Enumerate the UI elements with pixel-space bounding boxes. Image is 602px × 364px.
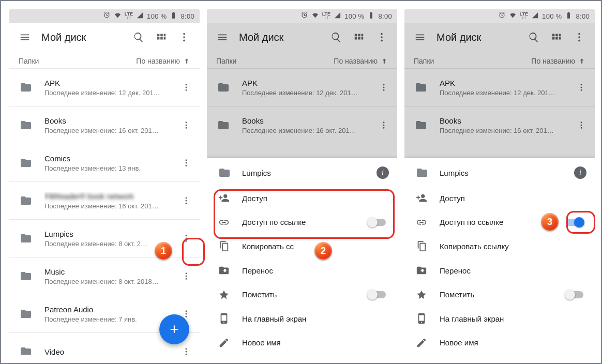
battery-icon (170, 11, 177, 21)
link-access-row[interactable]: Доступ по ссылке (207, 210, 397, 235)
folder-name: Books (44, 116, 175, 125)
rename-icon (416, 337, 429, 348)
share-row[interactable]: Доступ (207, 186, 397, 210)
screenshot-1: LTE↓↑ 100 % 8:00 Мой диск Папки По назва… (9, 9, 200, 355)
folder-name: Music (44, 267, 175, 276)
svg-point-19 (186, 276, 187, 277)
clock-time: 8:00 (378, 12, 392, 20)
svg-point-18 (186, 272, 187, 274)
homescreen-row[interactable]: На главный экран (404, 307, 595, 331)
item-overflow-button[interactable] (175, 265, 198, 287)
svg-point-14 (186, 203, 187, 204)
section-header: Папки По названию (9, 52, 200, 68)
person-add-icon (416, 192, 429, 204)
item-overflow-button[interactable] (175, 114, 198, 136)
svg-point-1 (183, 36, 185, 38)
folder-subtitle: Последнее изменение: 16 окт. 201… (44, 202, 175, 210)
homescreen-row[interactable]: На главный экран (207, 307, 397, 331)
screenshot-2: LTE↓↑ 100 % 8:00 Мой диск Папки По назва… (207, 9, 397, 355)
star-row[interactable]: Пометить (207, 282, 397, 307)
folder-text: LumpicsПоследнее изменение: 8 окт. 2… (44, 230, 175, 248)
svg-point-12 (186, 197, 187, 199)
link-access-row[interactable]: Доступ по ссылке (404, 210, 595, 235)
link-icon (416, 217, 429, 228)
svg-point-3 (186, 84, 187, 85)
section-label: Папки (19, 57, 39, 65)
folder-icon (19, 344, 33, 355)
sheet-header: Lumpics i (207, 158, 397, 186)
folder-options-sheet: Lumpics i Доступ Доступ по ссылке Копиро… (207, 158, 397, 355)
wifi-icon (114, 11, 122, 21)
rename-label: Новое имя (232, 338, 386, 347)
svg-point-0 (183, 33, 185, 35)
battery-percent: 100 % (542, 12, 562, 20)
svg-point-5 (186, 89, 187, 91)
move-row[interactable]: Перенос (207, 259, 397, 283)
fab-add-button[interactable]: + (159, 314, 189, 344)
folder-name: FBReader® book network (44, 192, 175, 201)
folder-subtitle: Последнее изменение: 7 янв. (44, 315, 175, 323)
copy-link-row[interactable]: Копировать ссылку (404, 234, 595, 259)
rename-row[interactable]: Новое имя (207, 330, 397, 355)
wifi-icon (311, 11, 319, 21)
star-icon (218, 289, 232, 300)
svg-point-15 (186, 235, 187, 236)
link-access-switch-off[interactable] (368, 219, 386, 226)
folder-icon (19, 156, 33, 170)
star-switch[interactable] (368, 291, 386, 298)
item-overflow-button[interactable] (175, 151, 198, 174)
item-overflow-button[interactable] (175, 227, 198, 250)
folder-item[interactable]: ComicsПоследнее изменение: 13 янв. (9, 144, 200, 181)
folder-name: Lumpics (44, 230, 175, 238)
homescreen-icon (416, 313, 429, 324)
svg-point-10 (186, 162, 187, 164)
wifi-icon (509, 11, 517, 21)
copy-link-label: Копировать ссылку (429, 242, 583, 251)
sort-button[interactable]: По названию (136, 57, 190, 65)
folder-item[interactable]: LumpicsПоследнее изменение: 8 окт. 2… (9, 219, 200, 257)
clock-time: 8:00 (576, 12, 590, 20)
info-button[interactable]: i (574, 166, 586, 179)
folder-icon (416, 166, 428, 179)
page-title: Мой диск (36, 32, 127, 43)
homescreen-label: На главный экран (429, 314, 583, 323)
copy-link-row[interactable]: Копировать сс (207, 234, 397, 259)
folder-name: APK (44, 79, 175, 87)
folder-text: FBReader® book networkПоследнее изменени… (44, 192, 175, 210)
search-button[interactable] (127, 26, 150, 49)
info-button[interactable]: i (377, 166, 389, 179)
view-toggle-button[interactable] (150, 26, 173, 49)
overflow-button[interactable] (173, 26, 195, 49)
battery-percent: 100 % (344, 12, 364, 20)
move-row[interactable]: Перенос (404, 259, 595, 283)
toolbar: Мой диск (9, 23, 200, 52)
sheet-folder-name: Lumpics (428, 169, 574, 177)
folder-list: APKПоследнее изменение: 12 дек. 201…Book… (9, 68, 200, 355)
move-label: Перенос (429, 266, 583, 275)
folder-icon (19, 269, 33, 283)
menu-button[interactable] (13, 26, 36, 49)
folder-name: Patreon Audio (44, 305, 175, 314)
svg-point-25 (186, 351, 187, 353)
folder-item[interactable]: APKПоследнее изменение: 12 дек. 201… (9, 68, 200, 106)
signal-icon (531, 11, 539, 21)
folder-item[interactable]: FBReader® book networkПоследнее изменени… (9, 181, 200, 219)
folder-text: Patreon AudioПоследнее изменение: 7 янв. (44, 305, 175, 323)
item-overflow-button[interactable] (175, 189, 198, 212)
star-row[interactable]: Пометить (404, 282, 595, 307)
move-icon (218, 265, 232, 276)
item-overflow-button[interactable] (175, 76, 198, 99)
star-label: Пометить (232, 290, 368, 299)
alarm-icon (498, 11, 506, 21)
folder-item[interactable]: BooksПоследнее изменение: 16 окт. 201… (9, 106, 200, 144)
rename-row[interactable]: Новое имя (404, 330, 595, 355)
folder-icon (19, 307, 33, 321)
star-switch[interactable] (566, 291, 583, 298)
link-icon (218, 217, 232, 228)
share-row[interactable]: Доступ (404, 186, 595, 210)
svg-point-23 (186, 316, 187, 317)
folder-item[interactable]: MusicПоследнее изменение: 8 окт. 2018… (9, 257, 200, 295)
link-access-switch-on[interactable] (566, 219, 583, 226)
folder-subtitle: Последнее изменение: 8 окт. 2… (44, 240, 175, 248)
svg-point-17 (186, 240, 187, 242)
